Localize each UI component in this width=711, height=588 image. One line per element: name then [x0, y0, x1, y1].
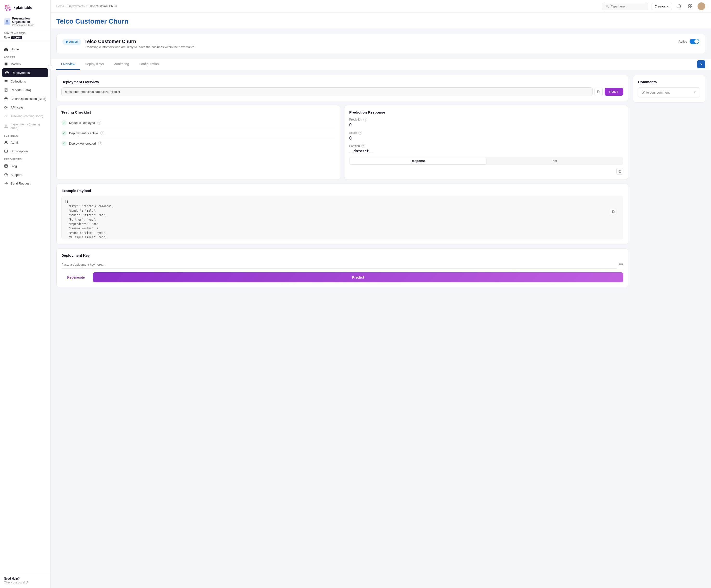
- blog-icon: [4, 164, 8, 168]
- score-info-icon[interactable]: ?: [358, 131, 362, 135]
- sidebar-item-support[interactable]: Support: [0, 170, 50, 179]
- payload-copy-button[interactable]: [610, 208, 617, 215]
- sidebar-item-label: Reports (Beta): [10, 88, 31, 92]
- send-request-icon: [4, 181, 8, 186]
- svg-marker-14: [6, 72, 8, 73]
- sidebar-item-batch[interactable]: Batch Optimisation (Beta): [0, 94, 50, 103]
- partition-item: Partition ? __dataset__: [349, 144, 623, 153]
- payload-code: [{ "City": "rancho cucamonga", "Gender":…: [61, 196, 623, 239]
- partition-info-icon[interactable]: ?: [361, 144, 365, 148]
- sidebar-item-label: Models: [10, 62, 21, 66]
- post-button[interactable]: POST: [605, 88, 623, 96]
- sidebar-item-label: Experiments (coming soon): [10, 123, 46, 130]
- send-comment-button[interactable]: [693, 90, 696, 95]
- svg-rect-34: [691, 5, 692, 6]
- tab-deploy-keys[interactable]: Deploy Keys: [80, 59, 109, 70]
- tenure-value: 3 days: [16, 31, 25, 35]
- hero-description: Predicting customers who are likely to l…: [85, 45, 195, 49]
- settings-section-label: Settings: [0, 132, 50, 138]
- notifications-button[interactable]: [675, 2, 683, 10]
- org-area: Presentation Organisation Presentation T…: [0, 15, 50, 29]
- sidebar-item-experiments[interactable]: Experiments (coming soon): [0, 120, 50, 132]
- svg-line-32: [608, 7, 609, 8]
- sidebar-item-home[interactable]: Home: [0, 45, 50, 53]
- sidebar-item-send-request[interactable]: Send Request: [0, 179, 50, 188]
- main-area: Home / Deployments / Telco Customer Chur…: [50, 0, 711, 588]
- predict-button[interactable]: Predict: [93, 273, 623, 282]
- eye-button[interactable]: [619, 262, 623, 267]
- sidebar-item-label: Batch Optimisation (Beta): [10, 97, 46, 101]
- svg-rect-12: [6, 64, 7, 65]
- creator-select[interactable]: Creator: [651, 3, 672, 10]
- sidebar-item-api-keys[interactable]: API Keys: [0, 103, 50, 112]
- breadcrumb-deployments[interactable]: Deployments: [68, 5, 85, 8]
- checklist-item: ✓ Model Is Deployed ?: [61, 118, 335, 128]
- layout-button[interactable]: [686, 2, 694, 10]
- resp-tab-plot[interactable]: Plot: [486, 157, 622, 164]
- check-icon-2: ✓: [61, 130, 67, 136]
- svg-point-2: [5, 7, 6, 9]
- sidebar-item-admin[interactable]: Admin: [0, 138, 50, 147]
- sidebar-item-label: Admin: [10, 141, 20, 144]
- page-title: Telco Customer Churn: [56, 18, 705, 25]
- svg-rect-10: [6, 63, 7, 64]
- resp-tab-response[interactable]: Response: [350, 157, 486, 164]
- forward-nav-button[interactable]: [697, 60, 705, 68]
- response-copy-button[interactable]: [617, 168, 623, 175]
- prediction-item: Prediction ? 0: [349, 118, 623, 128]
- svg-point-43: [621, 264, 622, 265]
- search-box[interactable]: [602, 3, 648, 10]
- sidebar-collapse-button[interactable]: ‹: [48, 65, 52, 70]
- sidebar-item-deployments[interactable]: Deployments: [2, 68, 48, 77]
- sidebar-item-label: Deployments: [12, 71, 30, 74]
- search-input[interactable]: [611, 5, 645, 8]
- comment-input[interactable]: [642, 91, 691, 94]
- svg-rect-8: [5, 22, 9, 24]
- help-link[interactable]: Check our docs!: [4, 581, 46, 584]
- svg-point-0: [5, 5, 7, 7]
- prediction-info-icon[interactable]: ?: [363, 118, 367, 122]
- chevron-down-icon: [666, 5, 669, 7]
- sidebar-item-subscription[interactable]: Subscription: [0, 147, 50, 155]
- svg-point-42: [619, 263, 623, 265]
- sidebar-item-models[interactable]: Models: [0, 60, 50, 68]
- info-icon-3[interactable]: ?: [98, 141, 102, 145]
- user-avatar[interactable]: [697, 2, 705, 10]
- right-panel: Comments: [633, 75, 705, 583]
- hero-left: Active Telco Customer Churn Predicting c…: [62, 39, 195, 49]
- prediction-response-title: Prediction Response: [349, 110, 623, 114]
- search-icon: [606, 5, 609, 8]
- deployment-overview-title: Deployment Overview: [61, 80, 623, 84]
- experiments-icon: [4, 124, 8, 128]
- tab-configuration[interactable]: Configuration: [134, 59, 164, 70]
- sidebar-item-collections[interactable]: Collections: [0, 77, 50, 86]
- example-payload-card: Example Payload [{ "City": "rancho cucam…: [56, 183, 628, 244]
- deployment-key-input[interactable]: [61, 261, 617, 268]
- tab-monitoring[interactable]: Monitoring: [109, 59, 134, 70]
- svg-rect-33: [689, 5, 690, 6]
- active-toggle[interactable]: [690, 39, 699, 44]
- reports-icon: [4, 88, 8, 92]
- copy-url-button[interactable]: [595, 88, 603, 96]
- svg-point-3: [6, 6, 9, 9]
- endpoint-url-input[interactable]: [61, 87, 592, 96]
- checklist-item: ✓ Deployment is active ?: [61, 128, 335, 138]
- sidebar-item-blog[interactable]: Blog: [0, 162, 50, 170]
- sidebar-item-reports[interactable]: Reports (Beta): [0, 86, 50, 94]
- info-icon-2[interactable]: ?: [100, 131, 104, 135]
- hero-info: Telco Customer Churn Predicting customer…: [85, 39, 195, 49]
- hero-title: Telco Customer Churn: [85, 39, 195, 44]
- comments-card: Comments: [633, 75, 705, 103]
- svg-rect-24: [5, 150, 7, 152]
- logo-text: xplainable: [14, 5, 32, 10]
- sidebar-item-tracking[interactable]: Tracking (coming soon): [0, 112, 50, 120]
- sidebar: xplainable Presentation Organisation Pre…: [0, 0, 50, 588]
- info-icon-1[interactable]: ?: [98, 121, 101, 125]
- body-grid: Deployment Overview POST Testing Checkli…: [50, 70, 711, 588]
- svg-point-37: [700, 4, 703, 6]
- tab-overview[interactable]: Overview: [56, 59, 80, 70]
- breadcrumb-home[interactable]: Home: [56, 5, 64, 8]
- score-value: 0: [349, 136, 623, 141]
- regenerate-button[interactable]: Regenerate: [61, 273, 90, 282]
- prediction-value: 0: [349, 123, 623, 128]
